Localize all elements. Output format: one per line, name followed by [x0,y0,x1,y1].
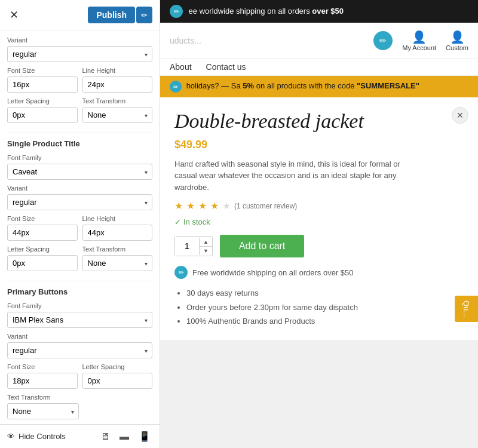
font-size-input-3[interactable]: 18px [7,373,78,389]
section-product-title: Single Product Title Font Family Caveat … [7,133,152,271]
font-family-select-wrapper-1: Caveat ▾ [7,164,152,180]
product-description: Hand crafted with seasonal style in mind… [174,158,402,194]
line-height-input[interactable]: 24px [82,76,153,93]
font-size-label: Font Size [7,67,78,74]
text-transform-field: Text Transform None ▾ [82,97,153,123]
qty-up-button[interactable]: ▲ [200,238,212,247]
gear-icon: ✏ [141,11,148,20]
text-transform-label: Text Transform [82,97,153,105]
font-family-select-2[interactable]: IBM Plex Sans [7,312,152,328]
desktop-icon-button[interactable]: 🖥 [98,429,112,443]
font-size-input[interactable]: 16px [7,76,78,93]
quantity-input[interactable] [175,237,199,256]
my-account-link[interactable]: 👤 My Account [402,30,436,51]
variant-label: Variant [7,36,152,44]
variant-select-3[interactable]: regular [7,342,152,358]
custom-label: Custom [446,44,468,51]
section-primary-buttons: Primary Buttons Font Family IBM Plex San… [7,281,152,419]
announcement-text: ✏ ee worldwide shipping on all orders ov… [170,5,344,18]
font-size-label-2: Font Size [7,215,78,222]
text-transform-field-2: Text Transform None ▾ [82,246,153,271]
bullet-3: 100% Authentic Brands and Products [186,314,464,328]
qty-down-button[interactable]: ▼ [200,247,212,255]
text-transform-select[interactable]: None [82,107,153,123]
star-2: ★ [186,200,195,211]
site-header: uducts... ✏ 👤 My Account 👤 Custom [160,23,478,59]
letter-spacing-input[interactable]: 0px [7,107,78,123]
variant-label-2: Variant [7,185,152,192]
product-rating: ★ ★ ★ ★ ★ (1 customer review) [174,200,464,211]
edit-pencil-icon-top[interactable]: ✏ [170,5,183,18]
product-price: $49.99 [174,139,464,151]
line-height-field: Line Height 24px [82,67,153,93]
gear-button[interactable]: ✏ [136,7,152,23]
font-size-field-2: Font Size 44px [7,215,78,241]
custom-link[interactable]: 👤 Custom [446,30,468,51]
letter-spacing-input-2[interactable]: 0px [7,255,78,271]
shipping-edit-icon[interactable]: ✏ [174,266,188,279]
announcement-bar: ✏ ee worldwide shipping on all orders ov… [160,0,478,23]
nav-about[interactable]: About [170,62,192,72]
single-product-title-heading: Single Product Title [7,133,152,148]
add-to-cart-button[interactable]: Add to cart [220,235,304,257]
text-transform-select-wrapper-3: None ▾ [7,403,79,419]
shipping-text: Free worldwide shipping on all orders ov… [192,268,354,277]
check-icon: ✓ [174,217,181,226]
font-family-select-wrapper-2: IBM Plex Sans ▾ [7,312,152,328]
variant-select-wrapper-3: regular ▾ [7,342,152,358]
variant-label-3: Variant [7,333,152,340]
hide-controls-label: Hide Controls [19,432,66,441]
product-area: ✕ Double-breasted jacket $49.99 Hand cra… [160,97,478,340]
letter-spacing-input-3[interactable]: 0px [82,373,153,389]
font-size-input-2[interactable]: 44px [7,225,78,241]
quick-view-tab[interactable]: Qu... [455,296,478,322]
text-transform-select-3[interactable]: None [7,403,79,419]
letter-spacing-field-3: Letter Spacing 0px [82,363,153,389]
variant-select-2[interactable]: regular [7,194,152,210]
tablet-icon-button[interactable]: ▬ [117,429,131,443]
close-button[interactable]: ✕ [7,6,21,24]
close-product-button[interactable]: ✕ [452,107,468,124]
letter-spacing-label-3: Letter Spacing [82,363,153,370]
line-height-label: Line Height [82,67,153,74]
product-title: Double-breasted jacket [174,109,464,134]
letter-spacing-field-2: Letter Spacing 0px [7,246,78,271]
nav-contact[interactable]: Contact us [206,62,246,72]
font-family-select-1[interactable]: Caveat [7,164,152,180]
text-transform-label-3: Text Transform [7,394,152,401]
in-stock-label: In stock [183,217,210,226]
promo-edit-icon[interactable]: ✏ [170,81,182,93]
star-3: ★ [198,200,207,211]
header-icons: ✏ 👤 My Account 👤 Custom [373,30,468,51]
text-transform-select-wrapper-2: None ▾ [82,255,153,271]
publish-button[interactable]: Publish [88,7,135,23]
text-transform-select-2[interactable]: None [82,255,153,271]
product-bullets: 30 days easy returns Order yours before … [174,286,464,328]
bullet-1: 30 days easy returns [186,286,464,300]
letter-spacing-label-2: Letter Spacing [7,246,78,253]
my-account-label: My Account [402,44,436,51]
variant-select-wrapper: regular ▾ [7,46,152,62]
line-height-input-2[interactable]: 44px [82,225,153,241]
font-family-label-1: Font Family [7,154,152,161]
line-height-label-2: Line Height [82,215,153,222]
nav-menu: About Contact us [160,59,478,76]
font-size-field-3: Font Size 18px [7,363,78,389]
font-family-label-2: Font Family [7,302,152,309]
hide-controls-button[interactable]: 👁 Hide Controls [7,432,66,441]
font-size-label-3: Font Size [7,363,78,370]
font-size-field: Font Size 16px [7,67,78,93]
in-stock-status: ✓ In stock [174,217,464,226]
shipping-note: ✏ Free worldwide shipping on all orders … [174,266,464,279]
bullet-2: Order yours before 2.30pm for same day d… [186,300,464,314]
search-edit-button[interactable]: ✏ [373,31,393,50]
letter-spacing-label: Letter Spacing [7,97,78,105]
add-to-cart-row: ▲ ▼ Add to cart [174,235,464,257]
panel-header: ✕ Publish ✏ [0,0,160,30]
device-switcher: 🖥 ▬ 📱 [98,429,153,443]
mobile-icon-button[interactable]: 📱 [136,429,153,443]
eye-icon: 👁 [7,432,15,441]
star-half: ★ [210,200,219,211]
variant-select[interactable]: regular [7,46,152,62]
custom-icon: 👤 [450,30,465,44]
